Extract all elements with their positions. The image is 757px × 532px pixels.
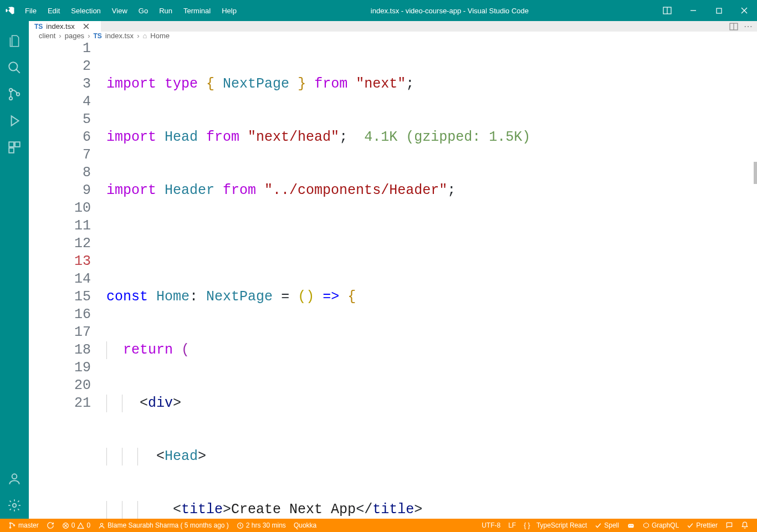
menu-view[interactable]: View [106,0,133,21]
svg-rect-3 [717,8,722,13]
svg-rect-13 [15,142,20,147]
svg-point-10 [17,93,19,95]
vscode-icon [0,6,19,16]
typescript-icon: TS [93,32,101,40]
window-title: index.tsx - video-course-app - Visual St… [242,7,657,15]
svg-point-8 [9,89,12,91]
svg-point-9 [9,97,12,100]
chevron-right-icon: › [59,32,61,40]
source-control-icon[interactable] [0,81,29,108]
minimize-button[interactable] [681,0,706,21]
title-bar: File Edit Selection View Go Run Terminal… [0,0,757,21]
tab-close-icon[interactable] [83,23,90,30]
maximize-button[interactable] [706,0,732,21]
code-content[interactable]: import type { NextPage } from "next"; im… [106,40,757,532]
window-controls [657,0,757,21]
typescript-icon: TS [34,23,43,30]
editor: TS index.tsx ⋯ client › pages › TS index… [29,21,757,519]
symbol-icon: ⌂ [142,32,147,40]
menu-run[interactable]: Run [154,0,178,21]
menu-terminal[interactable]: Terminal [178,0,216,21]
tabs-bar: TS index.tsx ⋯ [29,21,757,32]
breadcrumb[interactable]: client › pages › TS index.tsx › ⌂ Home [29,32,757,40]
svg-rect-12 [9,142,14,147]
settings-gear-icon[interactable] [0,492,29,519]
menu-help[interactable]: Help [216,0,242,21]
svg-marker-11 [12,116,19,125]
explorer-icon[interactable] [0,28,29,54]
line-number-gutter: 123456789101112131415161718192021 [29,40,106,532]
svg-point-21 [9,523,11,524]
more-actions-icon[interactable]: ⋯ [744,21,753,32]
svg-point-22 [9,527,11,528]
code-editor[interactable]: 123456789101112131415161718192021 import… [29,40,757,532]
extensions-icon[interactable] [0,134,29,161]
menu-go[interactable]: Go [133,0,154,21]
breadcrumb-file[interactable]: index.tsx [105,32,134,40]
close-button[interactable] [732,0,757,21]
svg-line-7 [16,69,20,73]
breadcrumb-segment[interactable]: pages [65,32,84,40]
chevron-right-icon: › [88,32,90,40]
tab-label: index.tsx [46,22,74,30]
layout-toggle-icon[interactable] [657,6,677,15]
menu-bar: File Edit Selection View Go Run Terminal… [19,0,242,21]
search-icon[interactable] [0,54,29,81]
svg-rect-14 [9,148,14,153]
svg-point-23 [13,525,14,526]
breadcrumb-segment[interactable]: client [39,32,55,40]
svg-point-6 [9,62,17,70]
minimap-scroll-indicator[interactable] [754,162,757,184]
menu-selection[interactable]: Selection [65,0,106,21]
run-debug-icon[interactable] [0,108,29,134]
svg-point-16 [13,504,17,508]
menu-edit[interactable]: Edit [42,0,65,21]
split-editor-icon[interactable] [729,22,738,31]
svg-point-15 [12,474,17,479]
menu-file[interactable]: File [19,0,42,21]
chevron-right-icon: › [137,32,139,40]
activity-bar [0,21,29,519]
tab-index-tsx[interactable]: TS index.tsx [29,21,101,32]
breadcrumb-symbol[interactable]: Home [150,32,170,40]
accounts-icon[interactable] [0,466,29,492]
